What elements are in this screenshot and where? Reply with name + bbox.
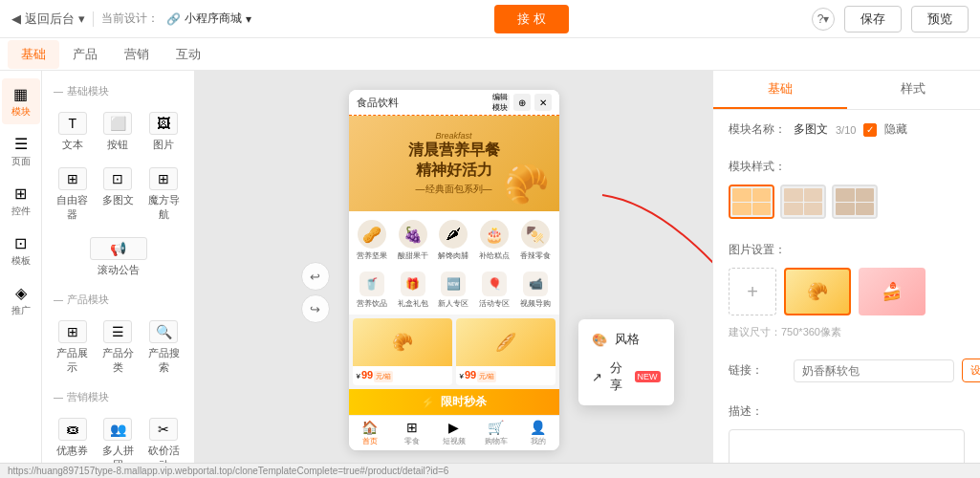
context-share-item[interactable]: ↗ 分享 NEW xyxy=(578,354,674,400)
category-item-nuts[interactable]: 🥜 营养坚果 xyxy=(353,217,392,264)
help-icon: ? xyxy=(817,12,824,26)
style-option-3[interactable] xyxy=(832,185,878,219)
category-item-spicy[interactable]: 🍢 香辣零食 xyxy=(516,217,555,264)
bottom-nav-snacks[interactable]: ⊞ 零食 xyxy=(391,420,433,446)
style-option-2[interactable] xyxy=(780,185,826,219)
module-name-value: 多图文 xyxy=(794,121,828,138)
profile-label: 我的 xyxy=(531,436,546,446)
nav-activity[interactable]: 🎈 活动专区 xyxy=(475,272,514,309)
right-tab-style[interactable]: 样式 xyxy=(847,71,981,109)
top-bar-left: ◀ 返回后台 ▾ 当前设计： 🔗 小程序商城 ▾ xyxy=(11,11,251,28)
bottom-nav-profile[interactable]: 👤 我的 xyxy=(517,420,559,446)
style-option-1[interactable] xyxy=(729,185,774,219)
sidebar-item-promotion[interactable]: ◈ 推广 xyxy=(2,277,40,323)
comp-free-container[interactable]: ⊞ 自由容器 xyxy=(52,162,94,228)
home-icon: 🏠 xyxy=(361,420,378,435)
sidebar-item-template-label: 模板 xyxy=(11,254,31,268)
product-image-2: 🥖 xyxy=(456,318,555,366)
gift-label: 礼盒礼包 xyxy=(398,298,428,309)
banner-subtitle: —经典面包系列— xyxy=(408,183,500,196)
hide-checkbox[interactable]: ✓ xyxy=(863,123,877,137)
flash-sale-bar[interactable]: ⚡ 限时秒杀 xyxy=(349,389,559,415)
delete-module-btn[interactable]: ✕ xyxy=(534,94,552,111)
style-icon: 🎨 xyxy=(592,333,607,347)
redo-button[interactable]: ↪ xyxy=(301,294,330,323)
comp-magic-nav-label: 魔方导航 xyxy=(146,193,181,222)
tab-marketing[interactable]: 营销 xyxy=(111,40,163,69)
comp-multi-image[interactable]: ⊡ 多图文 xyxy=(98,162,140,228)
comp-button[interactable]: ⬜ 按钮 xyxy=(98,106,140,158)
product-modules-grid: ⊞ 产品展示 ☰ 产品分类 🔍 产品搜索 xyxy=(42,311,194,384)
divider xyxy=(93,11,94,27)
category-item-cake[interactable]: 🎂 补给糕点 xyxy=(475,217,514,264)
edit-module-btn[interactable]: 编辑模块 xyxy=(492,94,510,111)
comp-product-display[interactable]: ⊞ 产品展示 xyxy=(52,315,94,380)
context-style-item[interactable]: 🎨 风格 xyxy=(578,325,674,354)
banner-text: Breakfast 清晨营养早餐 精神好活力 —经典面包系列— xyxy=(408,131,500,196)
tab-basic[interactable]: 基础 xyxy=(8,40,59,69)
nav-gift[interactable]: 🎁 礼盒礼包 xyxy=(393,272,432,309)
copy-module-btn[interactable]: ⊕ xyxy=(513,94,531,111)
product-card-2[interactable]: 🥖 ¥ 99 元/箱 xyxy=(456,318,555,385)
hide-label: 隐藏 xyxy=(884,121,907,138)
help-button[interactable]: ? ▾ xyxy=(812,8,835,31)
nav-drinks[interactable]: 🥤 营养饮品 xyxy=(353,272,392,309)
nav-newbie[interactable]: 🆕 新人专区 xyxy=(434,272,473,309)
comp-product-search[interactable]: 🔍 产品搜索 xyxy=(142,315,185,380)
product-image-1: 🥐 xyxy=(353,318,452,366)
undo-button[interactable]: ↩ xyxy=(301,262,330,291)
category-item-jerky[interactable]: 🌶 解馋肉脯 xyxy=(434,217,473,264)
comp-bargain[interactable]: ✂ 砍价活动 xyxy=(142,412,185,463)
comp-magic-nav[interactable]: ⊞ 魔方导航 xyxy=(142,162,185,228)
comp-text[interactable]: T 文本 xyxy=(52,106,94,158)
link-row: 链接： 设置链接 xyxy=(729,358,965,382)
comp-scroll-notice[interactable]: 📢 滚动公告 xyxy=(52,231,185,283)
image-thumbnail-2[interactable]: 🍰 xyxy=(859,268,926,315)
save-button[interactable]: 保存 xyxy=(844,6,902,33)
bottom-nav-cart[interactable]: 🛒 购物车 xyxy=(475,420,517,446)
left-sidebar: ▦ 模块 ☰ 页面 ⊞ 控件 ⊡ 模板 ◈ 推广 xyxy=(0,71,42,463)
tab-product[interactable]: 产品 xyxy=(59,40,111,69)
add-image-button[interactable]: + xyxy=(729,268,776,315)
authorize-button[interactable]: 接 权 xyxy=(494,5,569,33)
bottom-nav-home[interactable]: 🏠 首页 xyxy=(349,420,391,446)
comp-free-container-label: 自由容器 xyxy=(55,193,90,222)
dried-fruit-label: 酸甜果干 xyxy=(398,250,428,261)
tab-interactive[interactable]: 互动 xyxy=(163,40,214,69)
nav-video[interactable]: 📹 视频导购 xyxy=(516,272,555,309)
sidebar-item-page-label: 页面 xyxy=(11,155,31,168)
category-item-dried-fruit[interactable]: 🍇 酸甜果干 xyxy=(393,217,432,264)
sidebar-item-control-label: 控件 xyxy=(11,205,31,218)
share-icon: ↗ xyxy=(592,370,602,384)
desc-textarea[interactable] xyxy=(729,429,965,463)
sidebar-item-template[interactable]: ⊡ 模板 xyxy=(2,228,40,273)
comp-image-label: 图片 xyxy=(153,138,174,152)
image-thumbnail-1[interactable]: 🥐 xyxy=(784,268,851,315)
basic-modules-grid: T 文本 ⬜ 按钮 🖼 图片 ⊞ 自由容器 ⊡ 多图文 ⊞ 魔方导航 xyxy=(42,102,194,231)
phone-banner[interactable]: Breakfast 清晨营养早餐 精神好活力 —经典面包系列— 🥐 xyxy=(349,116,559,211)
comp-product-category[interactable]: ☰ 产品分类 xyxy=(98,315,140,380)
price-value-2: 99 xyxy=(465,369,476,380)
bottom-nav-video[interactable]: ▶ 短视频 xyxy=(433,420,475,446)
back-button[interactable]: ◀ 返回后台 ▾ xyxy=(11,11,85,28)
activity-label: 活动专区 xyxy=(479,298,510,309)
drinks-icon: 🥤 xyxy=(359,272,384,296)
comp-image[interactable]: 🖼 图片 xyxy=(142,106,185,158)
comp-coupon[interactable]: 🎟 优惠券 xyxy=(52,412,94,463)
prop-section-desc: 描述： xyxy=(713,403,980,463)
link-input[interactable] xyxy=(794,359,954,382)
nuts-icon: 🥜 xyxy=(358,220,386,249)
set-link-button[interactable]: 设置链接 xyxy=(962,358,980,382)
preview-button[interactable]: 预览 xyxy=(911,6,969,33)
sidebar-item-page[interactable]: ☰ 页面 xyxy=(2,128,40,174)
second-nav: 基础 产品 营销 互动 xyxy=(0,38,980,71)
main-layout: ▦ 模块 ☰ 页面 ⊞ 控件 ⊡ 模板 ◈ 推广 基础模块 T 文本 ⬜ xyxy=(0,71,980,463)
sidebar-item-module[interactable]: ▦ 模块 xyxy=(2,78,40,124)
module-style-row: 模块样式： xyxy=(729,159,965,175)
product-card-1[interactable]: 🥐 ¥ 99 元/箱 xyxy=(353,318,452,385)
bargain-icon: ✂ xyxy=(149,418,178,441)
sidebar-item-control[interactable]: ⊞ 控件 xyxy=(2,178,40,224)
comp-group-buy[interactable]: 👥 多人拼团 xyxy=(98,412,140,463)
right-tab-basic[interactable]: 基础 xyxy=(713,71,847,109)
snacks-label: 零食 xyxy=(404,436,420,446)
